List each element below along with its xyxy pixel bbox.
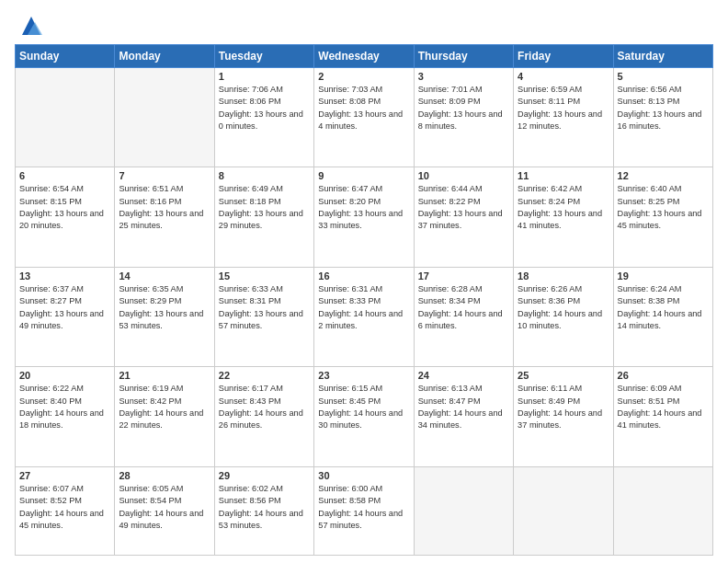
calendar-week-row: 6Sunrise: 6:54 AM Sunset: 8:15 PM Daylig… [16, 167, 713, 267]
calendar-day-header: Saturday [613, 45, 712, 68]
calendar-cell: 24Sunrise: 6:13 AM Sunset: 8:47 PM Dayli… [414, 367, 513, 466]
day-number: 1 [219, 71, 310, 82]
day-number: 3 [418, 71, 509, 82]
day-number: 25 [518, 370, 609, 381]
calendar-cell [115, 68, 214, 167]
sun-info: Sunrise: 6:07 AM Sunset: 8:52 PM Dayligh… [19, 483, 110, 532]
day-number: 23 [318, 370, 409, 381]
day-number: 20 [19, 370, 110, 381]
day-number: 4 [518, 71, 609, 82]
day-number: 11 [518, 170, 609, 181]
day-number: 5 [618, 71, 709, 82]
day-number: 30 [318, 470, 409, 481]
sun-info: Sunrise: 6:00 AM Sunset: 8:58 PM Dayligh… [318, 483, 409, 532]
calendar-cell: 16Sunrise: 6:31 AM Sunset: 8:33 PM Dayli… [314, 267, 414, 366]
calendar-day-header: Friday [514, 45, 613, 68]
calendar-day-header: Thursday [414, 45, 513, 68]
sun-info: Sunrise: 6:33 AM Sunset: 8:31 PM Dayligh… [219, 283, 310, 332]
sun-info: Sunrise: 6:37 AM Sunset: 8:27 PM Dayligh… [19, 283, 110, 332]
calendar-cell: 12Sunrise: 6:40 AM Sunset: 8:25 PM Dayli… [613, 167, 712, 267]
calendar-cell: 20Sunrise: 6:22 AM Sunset: 8:40 PM Dayli… [16, 367, 115, 466]
calendar-cell: 2Sunrise: 7:03 AM Sunset: 8:08 PM Daylig… [314, 68, 414, 167]
sun-info: Sunrise: 6:42 AM Sunset: 8:24 PM Dayligh… [518, 183, 609, 232]
sun-info: Sunrise: 6:24 AM Sunset: 8:38 PM Dayligh… [618, 283, 709, 332]
sun-info: Sunrise: 6:26 AM Sunset: 8:36 PM Dayligh… [518, 283, 609, 332]
calendar-cell: 8Sunrise: 6:49 AM Sunset: 8:18 PM Daylig… [214, 167, 313, 267]
day-number: 28 [119, 470, 210, 481]
calendar-cell: 7Sunrise: 6:51 AM Sunset: 8:16 PM Daylig… [115, 167, 214, 267]
day-number: 13 [19, 270, 110, 282]
calendar-cell [613, 466, 712, 555]
sun-info: Sunrise: 6:31 AM Sunset: 8:33 PM Dayligh… [318, 283, 409, 332]
day-number: 12 [618, 170, 709, 181]
calendar-cell: 17Sunrise: 6:28 AM Sunset: 8:34 PM Dayli… [414, 267, 513, 366]
sun-info: Sunrise: 7:03 AM Sunset: 8:08 PM Dayligh… [318, 84, 409, 132]
day-number: 24 [418, 370, 509, 381]
sun-info: Sunrise: 6:09 AM Sunset: 8:51 PM Dayligh… [618, 383, 709, 431]
sun-info: Sunrise: 7:01 AM Sunset: 8:09 PM Dayligh… [418, 84, 509, 132]
sun-info: Sunrise: 6:40 AM Sunset: 8:25 PM Dayligh… [618, 183, 709, 232]
day-number: 21 [119, 370, 210, 381]
calendar-cell: 10Sunrise: 6:44 AM Sunset: 8:22 PM Dayli… [414, 167, 513, 267]
logo-icon [18, 13, 44, 39]
calendar-cell: 21Sunrise: 6:19 AM Sunset: 8:42 PM Dayli… [115, 367, 214, 466]
calendar-cell: 22Sunrise: 6:17 AM Sunset: 8:43 PM Dayli… [214, 367, 313, 466]
sun-info: Sunrise: 6:05 AM Sunset: 8:54 PM Dayligh… [119, 483, 210, 532]
sun-info: Sunrise: 7:06 AM Sunset: 8:06 PM Dayligh… [219, 84, 310, 132]
calendar-header-row: SundayMondayTuesdayWednesdayThursdayFrid… [16, 45, 713, 68]
calendar-day-header: Wednesday [314, 45, 414, 68]
calendar-week-row: 27Sunrise: 6:07 AM Sunset: 8:52 PM Dayli… [16, 466, 713, 555]
day-number: 2 [318, 71, 409, 82]
day-number: 19 [618, 270, 709, 282]
sun-info: Sunrise: 6:17 AM Sunset: 8:43 PM Dayligh… [219, 383, 310, 431]
sun-info: Sunrise: 6:54 AM Sunset: 8:15 PM Dayligh… [19, 183, 110, 232]
calendar-day-header: Tuesday [214, 45, 313, 68]
header [15, 11, 713, 39]
calendar-cell: 11Sunrise: 6:42 AM Sunset: 8:24 PM Dayli… [514, 167, 613, 267]
calendar-cell: 4Sunrise: 6:59 AM Sunset: 8:11 PM Daylig… [514, 68, 613, 167]
calendar-day-header: Monday [115, 45, 214, 68]
calendar-cell: 6Sunrise: 6:54 AM Sunset: 8:15 PM Daylig… [16, 167, 115, 267]
day-number: 6 [19, 170, 110, 181]
calendar-table: SundayMondayTuesdayWednesdayThursdayFrid… [15, 44, 713, 556]
calendar-cell: 19Sunrise: 6:24 AM Sunset: 8:38 PM Dayli… [613, 267, 712, 366]
calendar-day-header: Sunday [16, 45, 115, 68]
calendar-cell: 5Sunrise: 6:56 AM Sunset: 8:13 PM Daylig… [613, 68, 712, 167]
sun-info: Sunrise: 6:35 AM Sunset: 8:29 PM Dayligh… [119, 283, 210, 332]
calendar-cell: 13Sunrise: 6:37 AM Sunset: 8:27 PM Dayli… [16, 267, 115, 366]
calendar-week-row: 1Sunrise: 7:06 AM Sunset: 8:06 PM Daylig… [16, 68, 713, 167]
calendar-cell: 18Sunrise: 6:26 AM Sunset: 8:36 PM Dayli… [514, 267, 613, 366]
calendar-week-row: 13Sunrise: 6:37 AM Sunset: 8:27 PM Dayli… [16, 267, 713, 366]
calendar-cell: 14Sunrise: 6:35 AM Sunset: 8:29 PM Dayli… [115, 267, 214, 366]
logo [15, 11, 44, 39]
calendar-cell: 9Sunrise: 6:47 AM Sunset: 8:20 PM Daylig… [314, 167, 414, 267]
calendar-cell: 27Sunrise: 6:07 AM Sunset: 8:52 PM Dayli… [16, 466, 115, 555]
sun-info: Sunrise: 6:44 AM Sunset: 8:22 PM Dayligh… [418, 183, 509, 232]
day-number: 22 [219, 370, 310, 381]
calendar-cell: 15Sunrise: 6:33 AM Sunset: 8:31 PM Dayli… [214, 267, 313, 366]
calendar-cell: 29Sunrise: 6:02 AM Sunset: 8:56 PM Dayli… [214, 466, 313, 555]
sun-info: Sunrise: 6:47 AM Sunset: 8:20 PM Dayligh… [318, 183, 409, 232]
day-number: 29 [219, 470, 310, 481]
calendar-cell: 1Sunrise: 7:06 AM Sunset: 8:06 PM Daylig… [214, 68, 313, 167]
calendar-cell: 23Sunrise: 6:15 AM Sunset: 8:45 PM Dayli… [314, 367, 414, 466]
day-number: 10 [418, 170, 509, 181]
day-number: 14 [119, 270, 210, 282]
sun-info: Sunrise: 6:11 AM Sunset: 8:49 PM Dayligh… [518, 383, 609, 431]
sun-info: Sunrise: 6:49 AM Sunset: 8:18 PM Dayligh… [219, 183, 310, 232]
sun-info: Sunrise: 6:59 AM Sunset: 8:11 PM Dayligh… [518, 84, 609, 132]
sun-info: Sunrise: 6:19 AM Sunset: 8:42 PM Dayligh… [119, 383, 210, 431]
sun-info: Sunrise: 6:22 AM Sunset: 8:40 PM Dayligh… [19, 383, 110, 431]
calendar-cell: 26Sunrise: 6:09 AM Sunset: 8:51 PM Dayli… [613, 367, 712, 466]
page: SundayMondayTuesdayWednesdayThursdayFrid… [0, 0, 728, 563]
calendar-cell: 28Sunrise: 6:05 AM Sunset: 8:54 PM Dayli… [115, 466, 214, 555]
day-number: 27 [19, 470, 110, 481]
calendar-cell [16, 68, 115, 167]
calendar-cell: 25Sunrise: 6:11 AM Sunset: 8:49 PM Dayli… [514, 367, 613, 466]
calendar-cell [414, 466, 513, 555]
sun-info: Sunrise: 6:15 AM Sunset: 8:45 PM Dayligh… [318, 383, 409, 431]
sun-info: Sunrise: 6:02 AM Sunset: 8:56 PM Dayligh… [219, 483, 310, 532]
calendar-cell: 30Sunrise: 6:00 AM Sunset: 8:58 PM Dayli… [314, 466, 414, 555]
day-number: 17 [418, 270, 509, 282]
calendar-week-row: 20Sunrise: 6:22 AM Sunset: 8:40 PM Dayli… [16, 367, 713, 466]
